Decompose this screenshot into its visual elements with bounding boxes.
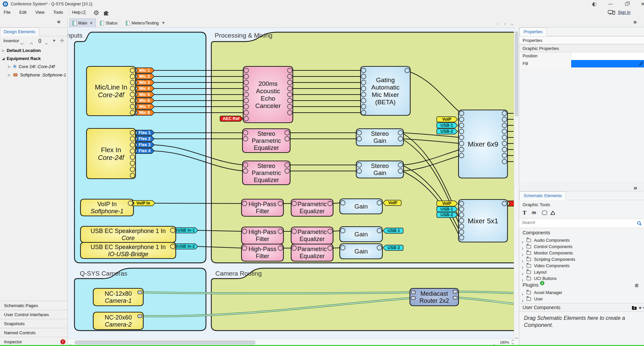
wire-tag-mixer51_usb2[interactable]: USB-2 <box>437 212 458 218</box>
collapse-schematic-elements-button[interactable]: » <box>634 184 637 191</box>
position-value[interactable] <box>571 52 644 60</box>
collapse-node-icon[interactable]: ◢ <box>2 57 5 60</box>
zoom-level[interactable]: 180% <box>500 340 509 344</box>
expand-dropdown-icon[interactable] <box>21 40 23 46</box>
component-folder-audio-components[interactable]: Audio Components <box>519 237 644 244</box>
wire-tag-mic8[interactable]: Mic 8 <box>136 110 154 115</box>
component-folder-asset-manager[interactable]: Asset Manager <box>519 290 644 296</box>
expand-folder-icon[interactable] <box>521 271 523 276</box>
wire-tag-mixer69_voip[interactable]: VoIP <box>437 117 458 122</box>
header-tool-button[interactable]: ·H· <box>531 210 536 215</box>
menu-file[interactable]: File <box>0 8 14 17</box>
collapse-right-panel-button[interactable]: » <box>633 18 636 25</box>
gear-icon[interactable] <box>93 10 100 16</box>
plugins-puzzle-icon[interactable] <box>634 282 640 288</box>
wire-tag-mic4[interactable]: Mic 4 <box>136 86 154 91</box>
panel-section-named-controls[interactable]: Named Controls <box>0 328 67 337</box>
video-pin[interactable] <box>411 291 415 294</box>
wire-tag-mic2[interactable]: Mic 2 <box>136 74 154 79</box>
search-input[interactable] <box>522 220 633 225</box>
theme-toggle-button[interactable] <box>588 0 601 8</box>
inventory-dropdown[interactable]: Inventor <box>3 38 19 43</box>
block-gain1[interactable]: Gain <box>340 199 382 214</box>
component-folder-video-components[interactable]: Video Components <box>519 263 644 270</box>
add-tab-button[interactable]: + <box>162 19 165 26</box>
wire-tag-flex2[interactable]: Flex 2 <box>136 136 154 141</box>
panel-section-user-control-interfaces[interactable]: User Control Interfaces <box>0 310 67 319</box>
block-hpf3[interactable]: High-PassFilter <box>241 244 283 261</box>
tab-properties[interactable]: Properties <box>519 27 547 36</box>
video-pin[interactable] <box>411 297 415 300</box>
wire-tag-usb_in_2[interactable]: USB In-2 <box>175 244 198 249</box>
block-gain2[interactable]: Gain <box>340 227 382 242</box>
tree-item-softphone-[interactable]: ▷☎Softphone : Softphone-1 <box>8 71 66 79</box>
wire-tag-mic7[interactable]: Mic 7 <box>136 104 154 109</box>
block-gain3[interactable]: Gain <box>340 244 382 259</box>
tab-design-elements[interactable]: Design Elements <box>0 27 39 36</box>
component-folder-user[interactable]: User <box>519 296 644 303</box>
block-router[interactable]: MediacastRouter 2x2 <box>410 288 459 306</box>
wire-tag-gain_voip[interactable]: VoIP <box>383 200 401 206</box>
wire-tag-gain_usb1[interactable]: USB-1 <box>383 228 403 233</box>
component-folder-layout[interactable]: Layout <box>519 269 644 276</box>
filter-icon[interactable]: ▼ <box>52 39 56 43</box>
block-hpf2[interactable]: High-PassFilter <box>241 227 283 244</box>
zoom-stepper[interactable] <box>511 339 514 345</box>
block-mic_line_in[interactable]: Mic/Line InCore-24f <box>87 66 136 116</box>
tab-meters-testing[interactable]: Meters/Testing <box>123 18 161 27</box>
close-button[interactable]: ✕ <box>636 0 644 8</box>
wire-tag-usb_in_1[interactable]: USB In-1 <box>175 228 198 233</box>
canvas-vertical-scrollbar[interactable] <box>514 27 519 339</box>
add-plus-icon[interactable]: ✛ <box>60 38 64 44</box>
block-voip_in[interactable]: VoIP InSoftphone-1 <box>80 199 133 216</box>
braces-dropdown-icon[interactable] <box>46 40 47 46</box>
block-mixer51[interactable]: Mixer 5x1 <box>459 199 507 242</box>
tab-schematic-elements[interactable]: Schematic Elements <box>519 191 566 200</box>
megaphone-icon[interactable] <box>80 10 88 16</box>
text-tool-button[interactable]: T <box>523 210 526 216</box>
collapse-left-panel-button[interactable]: « <box>57 18 60 25</box>
signin-link[interactable]: Sign In <box>618 10 630 15</box>
block-usb2_in[interactable]: USB EC Speakerphone 1 InIO-USB-Bridge <box>80 242 176 258</box>
new-folder-icon[interactable] <box>632 305 637 310</box>
component-folder-uci-buttons[interactable]: UCI Buttons <box>519 276 644 282</box>
remove-user-component-button[interactable]: − <box>643 305 644 310</box>
wire-tag-flex4[interactable]: Flex 4 <box>136 148 154 154</box>
block-flex_in[interactable]: Flex InCore-24f <box>87 128 136 179</box>
audio-wire[interactable] <box>155 203 243 204</box>
wire-tag-voip_in_tag[interactable]: VoIP In <box>132 200 155 206</box>
tab-status[interactable]: Status <box>97 18 120 27</box>
tab-nav-next-icon[interactable] <box>504 20 505 26</box>
panel-section-snapshots[interactable]: Snapshots <box>0 319 67 328</box>
block-peq3[interactable]: ParametricEqualizer <box>291 244 333 261</box>
expand-folder-icon[interactable] <box>521 265 523 270</box>
wire-tag-mic1[interactable]: Mic 1 <box>136 68 154 73</box>
menu-edit[interactable]: Edit <box>16 8 31 17</box>
component-folder-monitor-components[interactable]: Monitor Components <box>519 250 644 257</box>
block-sgain2[interactable]: StereoGain <box>356 161 404 178</box>
panel-section-inspector[interactable]: Inspector! <box>0 337 67 346</box>
fill-color-swatch[interactable] <box>571 60 644 67</box>
expand-node-icon[interactable]: ▷ <box>8 73 11 77</box>
video-pin[interactable] <box>453 290 457 293</box>
wire-tag-mixer69_usb2[interactable]: USB-2 <box>437 129 458 134</box>
braces-icon[interactable]: {} <box>38 38 41 43</box>
schematic-canvas[interactable]: InputsProcessing & MixingQ-SYS CamerasCa… <box>68 27 514 339</box>
expand-folder-icon[interactable] <box>521 278 523 282</box>
vertical-scroll-thumb[interactable] <box>515 33 518 117</box>
menu-tools[interactable]: Tools <box>50 8 67 17</box>
rectangle-tool-button[interactable] <box>542 211 547 215</box>
tree-item-equipment-rack[interactable]: ◢Equipment Rack <box>2 54 41 62</box>
block-speq2[interactable]: StereoParametricEqualizer <box>243 161 290 185</box>
video-pin[interactable] <box>138 291 142 294</box>
block-hpf1[interactable]: High-PassFilter <box>241 199 283 216</box>
block-peq1[interactable]: ParametricEqualizer <box>291 199 333 216</box>
block-cam1[interactable]: NC-12x80Camera-1 <box>93 288 143 306</box>
expand-folder-icon[interactable] <box>521 298 523 303</box>
expand-folder-icon[interactable] <box>521 292 523 296</box>
block-cam2[interactable]: NC-20x60Camera-2 <box>93 312 143 330</box>
tab-close-icon[interactable]: ✕ <box>90 21 93 25</box>
tree-item-core-24f-[interactable]: ▷Core 24f : Core-24f <box>8 62 55 70</box>
expand-folder-icon[interactable] <box>521 258 523 263</box>
tab-main[interactable]: Main ✕ <box>69 18 96 27</box>
